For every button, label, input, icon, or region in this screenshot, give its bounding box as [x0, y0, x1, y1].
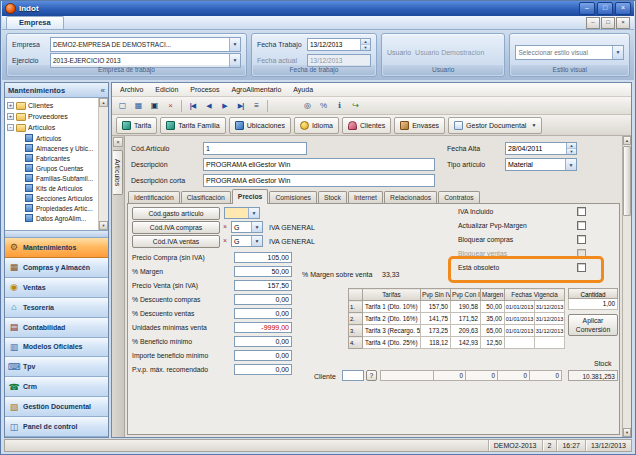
tree-subitem[interactable]: Fabricantes [7, 153, 98, 163]
menu-procesos[interactable]: Procesos [184, 84, 225, 95]
sidebar-item[interactable]: ⌨ Tpv [5, 357, 108, 377]
cliente-input[interactable] [342, 370, 364, 381]
price-field-input[interactable] [234, 252, 292, 263]
checkbox[interactable] [577, 249, 586, 258]
price-field-input[interactable] [234, 280, 292, 291]
scroll-down-icon[interactable]: ▼ [623, 428, 631, 437]
price-field-input[interactable] [234, 350, 292, 361]
spin-down-icon[interactable]: ▼ [361, 44, 370, 50]
col-cantidad[interactable]: Cantidad [568, 288, 618, 299]
sidebar-item[interactable]: ☎ Crm [5, 377, 108, 397]
cliente-help-button[interactable]: ? [366, 370, 377, 381]
col-pvp-con-iva[interactable]: Pvp Con IVA [451, 289, 481, 301]
vertical-scrollbar[interactable]: ▲ ▼ [622, 136, 631, 437]
tarifa-familia-button[interactable]: Tarifa Familia [160, 117, 226, 134]
price-field-input[interactable] [234, 266, 292, 277]
tipo-articulo-select[interactable]: Material ▼ [505, 158, 577, 171]
tarifa-row[interactable]: 3. Tarifa 3 (Recargo. 5%) 173,25 209,63 … [349, 325, 565, 337]
price-field-input[interactable] [234, 336, 292, 347]
checkbox[interactable] [577, 221, 586, 230]
mdi-close-icon[interactable]: × [616, 17, 630, 29]
cod-articulo-input[interactable] [203, 142, 307, 155]
aplicar-conversion-button[interactable]: Aplicar Conversión [568, 314, 618, 336]
tree-toggle-icon[interactable]: - [7, 124, 14, 131]
descripcion-corta-input[interactable] [203, 174, 435, 187]
menu-archivo[interactable]: Archivo [114, 84, 149, 95]
tab-articulos-vertical[interactable]: Artículos [113, 150, 123, 195]
menu-ayuda[interactable]: Ayuda [287, 84, 319, 95]
save-icon[interactable]: ▣ [147, 99, 162, 113]
sidebar-item[interactable]: ▤ Contabilidad [5, 318, 108, 338]
cod-iva-ventas-select[interactable]: G ▼ [231, 235, 263, 247]
price-field-input[interactable] [234, 294, 292, 305]
price-field-input[interactable] [234, 364, 292, 375]
sidebar-item[interactable]: ▥ Modelos Oficiales [5, 338, 108, 358]
tarifa-row[interactable]: 4. Tarifa 4 (Dto. 25%) 118,12 142,93 12,… [349, 337, 565, 349]
chevron-down-icon[interactable]: ▼ [251, 236, 262, 246]
tab-empresa[interactable]: Empresa [6, 16, 64, 29]
tree-item[interactable]: + Proveedores [7, 111, 98, 122]
descripcion-input[interactable] [203, 158, 435, 171]
chevron-down-icon[interactable]: ▼ [565, 159, 576, 170]
col-tarifas[interactable]: Tarifas [363, 289, 421, 301]
search-icon[interactable]: ◎ [300, 99, 315, 113]
nav-last-icon[interactable]: ▶| [233, 99, 248, 113]
new-icon[interactable]: ▢ [115, 99, 130, 113]
spin-down-icon[interactable]: ▼ [567, 148, 576, 154]
cod-iva-ventas-button[interactable]: Cód.IVA ventas [132, 235, 220, 248]
tarifa-row[interactable]: 1. Tarifa 1 (Dto. 10%) 157,50 190,58 50,… [349, 301, 565, 313]
tree-toggle-icon[interactable]: + [7, 102, 14, 109]
cod-gasto-select[interactable]: ▼ [224, 207, 260, 219]
tree-toggle-icon[interactable]: + [7, 113, 14, 120]
percent-icon[interactable]: % [316, 99, 331, 113]
tree-subitem[interactable]: Grupos Cuentas [7, 163, 98, 173]
tree-item[interactable]: + Clientes [7, 100, 98, 111]
tree-subitem[interactable]: Almacenes y Ubic... [7, 143, 98, 153]
envases-button[interactable]: Envases [394, 117, 445, 134]
tarifa-button[interactable]: Tarifa [116, 117, 157, 134]
sidebar-item[interactable]: ⌂ Tesorería [5, 298, 108, 318]
tree-subitem[interactable]: Kits de Artículos [7, 183, 98, 193]
estilo-visual-select[interactable]: Seleccionar estilo visual ▼ [515, 45, 624, 60]
cantidad-value[interactable]: 1,00 [568, 299, 618, 310]
info-icon[interactable]: ℹ [332, 99, 347, 113]
gestor-documental-button[interactable]: Gestor Documental ▼ [448, 117, 542, 134]
checkbox[interactable] [577, 263, 586, 272]
nav-prev-icon[interactable]: ◀ [201, 99, 216, 113]
checkbox[interactable] [577, 235, 586, 244]
chevron-down-icon[interactable]: ▼ [251, 222, 262, 232]
menu-edicion[interactable]: Edición [149, 84, 184, 95]
cod-gasto-articulo-button[interactable]: Cód.gasto artículo [132, 207, 220, 220]
idioma-button[interactable]: Idioma [294, 117, 339, 134]
nav-first-icon[interactable]: |◀ [185, 99, 200, 113]
col-margen[interactable]: Margen [481, 289, 505, 301]
tarifa-row[interactable]: 2. Tarifa 2 (Dto. 16%) 141,75 171,52 35,… [349, 313, 565, 325]
chevron-down-icon[interactable]: ▼ [248, 208, 259, 218]
sidebar-item[interactable]: ⚙ Mantenimientos [5, 238, 108, 258]
cancel-icon[interactable]: × [163, 99, 178, 113]
sidebar-splitter[interactable] [5, 230, 108, 238]
exit-icon[interactable]: ↪ [348, 99, 363, 113]
clientes-button[interactable]: Clientes [342, 117, 391, 134]
form-tab[interactable]: Precios [232, 189, 269, 204]
cod-iva-compras-button[interactable]: Cód.IVA compras [132, 221, 220, 234]
restore-icon[interactable]: □ [597, 2, 613, 15]
sidebar-item[interactable]: ▦ Compras y Almacén [5, 258, 108, 278]
tree-subitem[interactable]: Secciones Artículos [7, 193, 98, 203]
tree-subitem[interactable]: Familias-Subfamil... [7, 173, 98, 183]
col-fechas-vigencia[interactable]: Fechas Vigencia [505, 289, 565, 301]
sidebar-item[interactable]: ▧ Gestión Documental [5, 397, 108, 417]
chevron-down-icon[interactable]: ▼ [229, 38, 240, 51]
empresa-select[interactable]: DEMO2-EMPRESA DE DEMOSTRACI... ▼ [50, 37, 241, 52]
mdi-minimize-icon[interactable]: – [586, 17, 600, 29]
mdi-restore-icon[interactable]: □ [601, 17, 615, 29]
price-field-input[interactable] [234, 308, 292, 319]
grid-icon[interactable]: ▦ [131, 99, 146, 113]
chevron-down-icon[interactable]: ▼ [612, 46, 623, 59]
fecha-trabajo-input[interactable]: 13/12/2013 ▲ ▼ [307, 38, 371, 51]
col-pvp-sin-iva[interactable]: Pvp Sin IVA [421, 289, 451, 301]
tree-subitem[interactable]: Propiedades Artíc... [7, 203, 98, 213]
tree-item[interactable]: - Artículos [7, 122, 98, 133]
date-spinner[interactable]: ▲ ▼ [360, 39, 370, 50]
sidebar-item[interactable]: ◉ Ventas [5, 278, 108, 298]
